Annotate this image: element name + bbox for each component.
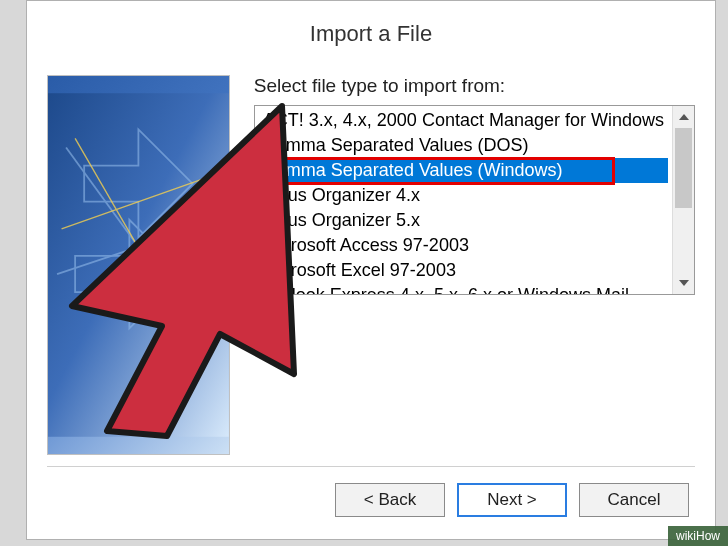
scroll-down-button[interactable] — [673, 272, 694, 294]
file-type-item[interactable]: Outlook Express 4.x, 5.x, 6.x or Windows… — [259, 283, 668, 294]
file-type-item[interactable]: Lotus Organizer 5.x — [259, 208, 668, 233]
file-type-listbox[interactable]: ACT! 3.x, 4.x, 2000 Contact Manager for … — [254, 105, 695, 295]
import-file-dialog: Import a File — [26, 0, 716, 540]
file-type-item-selected[interactable]: Comma Separated Values (Windows) — [259, 158, 668, 183]
back-button[interactable]: < Back — [335, 483, 445, 517]
scroll-up-button[interactable] — [673, 106, 694, 128]
next-button[interactable]: Next > — [457, 483, 567, 517]
file-type-item[interactable]: Comma Separated Values (DOS) — [259, 133, 668, 158]
scroll-thumb[interactable] — [675, 128, 692, 208]
file-type-item[interactable]: Microsoft Access 97-2003 — [259, 233, 668, 258]
right-panel: Select file type to import from: ACT! 3.… — [254, 75, 695, 455]
button-row: < Back Next > Cancel — [335, 483, 689, 517]
prompt-label: Select file type to import from: — [254, 75, 695, 97]
listbox-scrollbar[interactable] — [672, 106, 694, 294]
dialog-title: Import a File — [27, 1, 715, 75]
file-type-item[interactable]: Lotus Organizer 4.x — [259, 183, 668, 208]
dialog-content: Select file type to import from: ACT! 3.… — [27, 75, 715, 455]
file-type-item[interactable]: Microsoft Excel 97-2003 — [259, 258, 668, 283]
file-type-item[interactable]: ACT! 3.x, 4.x, 2000 Contact Manager for … — [259, 108, 668, 133]
watermark: wikiHow — [668, 526, 728, 546]
list-items-container: ACT! 3.x, 4.x, 2000 Contact Manager for … — [255, 106, 672, 294]
divider — [47, 466, 695, 467]
wizard-graphic — [47, 75, 230, 455]
cancel-button[interactable]: Cancel — [579, 483, 689, 517]
scroll-track[interactable] — [673, 128, 694, 272]
